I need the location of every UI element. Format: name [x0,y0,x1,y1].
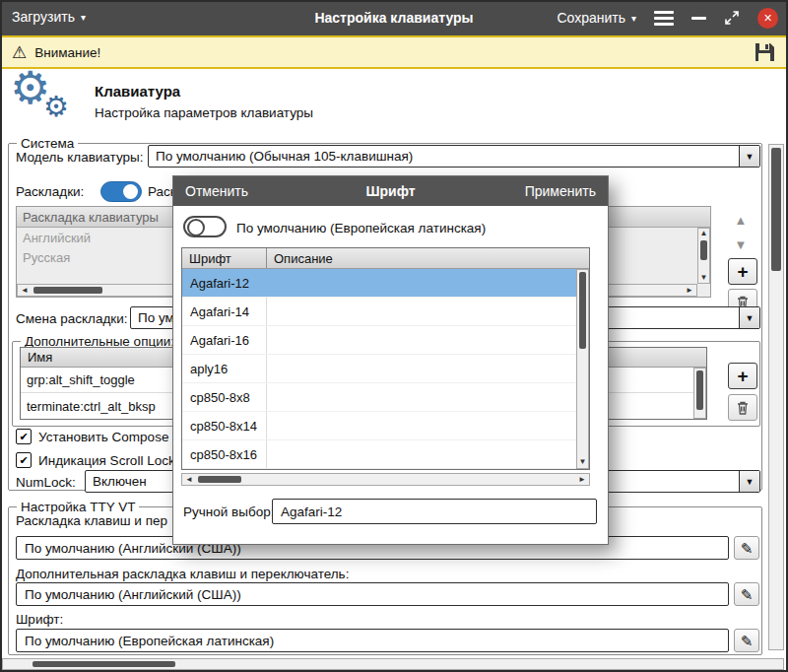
table-row[interactable]: cp850-8x16 [182,440,576,469]
tty-keymap-label: Раскладка клавиш и пер [16,513,167,528]
tty-extra-keymap-label: Дополнительная раскладка клавиш и перекл… [16,567,349,581]
window-vertical-scrollbar[interactable] [768,144,784,650]
scroll-right-icon[interactable]: ► [686,287,693,295]
system-group-legend: Система [17,136,78,151]
check-icon: ✔ [19,454,28,467]
font-description-cell [267,269,576,297]
scroll-left-icon[interactable]: ◄ [21,287,29,295]
compose-checkbox[interactable]: ✔ [16,429,32,444]
font-description-cell [267,383,576,411]
delete-option-button[interactable] [728,394,757,421]
check-icon: ✔ [19,431,28,443]
window-horizontal-scrollbar[interactable] [2,658,784,670]
manual-choice-label: Ручной выбор: [183,504,274,519]
scrollbar-thumb[interactable] [198,476,241,483]
gear-icon: ⚙ [43,93,69,121]
numlock-label: NumLock: [16,475,76,490]
dropdown-arrow-icon: ▼ [739,307,759,328]
add-layout-button[interactable]: + [728,258,757,285]
font-name-cell: cp850-8x8 [182,383,267,411]
edit-font-button[interactable]: ✎ [734,629,759,652]
layout-list-vertical-scrollbar[interactable]: ▲ ▼ [697,228,710,284]
close-button[interactable]: ✕ [757,8,778,29]
column-header-name: Имя [21,348,59,367]
layouts-toggle[interactable] [100,181,142,202]
title-bar: Загрузить ▾ Настройка клавиатуры Сохрани… [0,0,788,35]
font-table-header: Шрифт Описание [182,248,589,269]
font-name-cell: cp850-8x16 [182,440,267,468]
save-file-icon[interactable] [753,40,776,64]
scrollbar-thumb[interactable] [700,240,707,260]
scroll-down-icon[interactable]: ▼ [698,274,709,282]
table-row[interactable]: cp850-8x14 [182,412,576,440]
font-table-horizontal-scrollbar[interactable]: ◄ ► [181,473,590,486]
font-name-cell: Agafari-12 [182,269,267,297]
trash-icon [735,400,751,416]
edit-keymap-button[interactable]: ✎ [734,536,759,560]
tty-group-legend: Настройка TTY VT [17,500,139,514]
scrollbar-thumb[interactable] [696,370,703,410]
table-row[interactable]: Agafari-16 [182,326,576,355]
save-menu-label: Сохранить [557,10,625,26]
font-dialog-header: Отменить Шрифт Применить [173,176,608,206]
compose-checkbox-label: Установить Compose [38,430,168,444]
font-description-cell [267,298,576,325]
keyboard-model-label: Модель клавиатуры: [16,150,143,165]
close-icon: ✕ [763,12,772,25]
scrollbar-thumb[interactable] [579,272,586,349]
table-row[interactable]: aply16 [182,355,576,383]
keyboard-model-select[interactable]: По умолчанию (Обычная 105-клавишная) ▼ [148,145,760,168]
tty-extra-keymap-field[interactable]: По умолчанию (Английский (США)) [16,582,729,606]
font-name-cell: Agafari-16 [182,326,267,354]
keyboard-module-icon: ⚙ ⚙ [10,73,85,130]
apply-button[interactable]: Применить [525,183,596,199]
warning-text: Внимание! [34,45,100,60]
font-table-vertical-scrollbar[interactable]: ▼ [576,269,589,469]
font-description-cell [267,355,576,382]
keyboard-model-value: По умолчанию (Обычная 105-клавишная) [149,146,739,167]
scrolllock-checkbox[interactable]: ✔ [16,452,32,468]
warning-icon: ⚠ [12,44,27,61]
font-description-cell [267,440,576,468]
scrollbar-thumb[interactable] [33,661,175,667]
save-menu-button[interactable]: Сохранить ▾ [557,10,636,26]
scroll-right-icon[interactable]: ► [578,476,586,484]
default-font-toggle[interactable] [183,216,227,237]
dropdown-arrow-icon: ▼ [739,146,759,167]
plus-icon: + [737,366,748,387]
font-table-rows: Agafari-12 Agafari-14 Agafari-16 aply16 … [182,269,576,469]
table-row[interactable]: Agafari-12 [182,269,576,298]
scrollbar-thumb[interactable] [771,148,781,271]
font-description-cell [267,326,576,354]
scrollbar-thumb[interactable] [33,287,102,294]
move-layout-down-button[interactable]: ▼ [727,234,755,255]
minimize-icon[interactable] [691,17,706,20]
warning-bar: ⚠ Внимание! [0,35,788,69]
table-row[interactable]: cp850-8x8 [182,383,576,412]
page-title: Клавиатура [95,83,180,100]
cancel-button[interactable]: Отменить [185,183,248,199]
options-table-scrollbar[interactable] [693,368,706,419]
manual-choice-field[interactable]: Agafari-12 [272,499,597,524]
dropdown-arrow-icon: ▼ [739,471,759,492]
column-header-font: Шрифт [182,248,267,268]
font-description-cell [267,412,576,439]
pencil-icon: ✎ [741,587,754,602]
hamburger-menu-icon[interactable] [654,8,674,28]
layout-switch-label: Смена раскладки: [16,311,128,326]
tty-font-field[interactable]: По умолчанию (Европейская латинская) [16,629,729,652]
scroll-down-icon[interactable]: ▼ [577,458,588,466]
move-layout-up-button[interactable]: ▲ [727,209,755,231]
font-table: Шрифт Описание Agafari-12 Agafari-14 Aga… [181,247,590,470]
scroll-up-icon[interactable]: ▲ [698,230,709,237]
add-option-button[interactable]: + [728,363,757,389]
scrolllock-checkbox-label: Индикация Scroll Lock [38,453,175,468]
edit-extra-keymap-button[interactable]: ✎ [734,582,759,606]
fullscreen-icon[interactable] [724,10,740,26]
pencil-icon: ✎ [741,541,754,556]
scroll-left-icon[interactable]: ◄ [185,476,193,484]
font-name-cell: aply16 [182,355,267,382]
table-row[interactable]: Agafari-14 [182,298,576,326]
titlebar-actions: Сохранить ▾ ✕ [557,0,778,35]
page-subtitle: Настройка параметров клавиатуры [95,105,313,120]
